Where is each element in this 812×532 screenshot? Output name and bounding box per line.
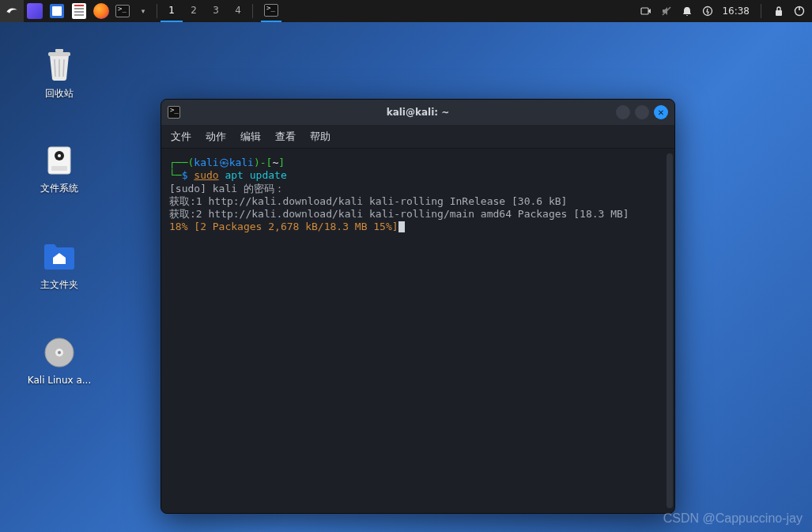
prompt-at: ㉿ [219, 157, 229, 168]
terminal-menubar: 文件 动作 编辑 查看 帮助 [161, 125, 674, 149]
desktop-icon-media[interactable]: Kali Linux a... [24, 334, 95, 386]
home-folder-icon [40, 237, 78, 275]
application-menu-button[interactable] [0, 0, 24, 22]
workspace-3[interactable]: 3 [205, 0, 227, 22]
clock[interactable]: 16:38 [722, 6, 750, 17]
menu-help[interactable]: 帮助 [310, 130, 330, 144]
terminal-icon [168, 106, 180, 119]
launcher-terminal[interactable] [112, 0, 133, 22]
svg-rect-3 [776, 10, 782, 16]
cmd-sudo: sudo [194, 169, 218, 181]
desktop-icon-label: 回收站 [24, 87, 95, 100]
prompt-dollar: $ [182, 169, 195, 181]
drive-icon [40, 141, 78, 179]
prompt-decor: )-[ [254, 157, 272, 168]
prompt-decor: ┌──( [169, 157, 194, 168]
taskbar-terminal-window[interactable] [261, 0, 281, 22]
svg-point-13 [58, 154, 61, 157]
window-maximize-button[interactable] [635, 105, 649, 119]
terminal-icon [115, 5, 130, 17]
desktop-icon-label: 文件系统 [24, 182, 95, 195]
svg-rect-6 [48, 52, 70, 56]
launcher-files[interactable] [46, 0, 68, 22]
window-title: kali@kali: ~ [161, 107, 674, 118]
prompt-decor: ] [278, 157, 285, 168]
top-panel: ▾ 1 2 3 4 16:38 [0, 0, 812, 22]
svg-rect-7 [55, 49, 63, 52]
window-app-icon [168, 106, 180, 119]
text-editor-icon [72, 3, 86, 19]
svg-rect-0 [641, 8, 648, 14]
desktop-icon-label: 主文件夹 [24, 278, 95, 292]
window-close-button[interactable] [654, 105, 668, 119]
launcher-show-desktop[interactable] [24, 0, 46, 22]
launcher-terminal-dropdown[interactable]: ▾ [133, 0, 153, 22]
tray-power-icon[interactable] [701, 5, 714, 17]
tray-lock-icon[interactable] [772, 5, 785, 17]
watermark: CSDN @Cappuccino-jay [663, 511, 803, 526]
output-line: [sudo] kali 的密码： [169, 183, 285, 194]
panel-right: 16:38 [640, 0, 812, 22]
menu-view[interactable]: 查看 [275, 130, 296, 144]
terminal-body[interactable]: ┌──(kali㉿kali)-[~] └─$ sudo apt update [… [161, 149, 674, 513]
workspace-2[interactable]: 2 [183, 0, 205, 22]
prompt-decor: └─ [169, 169, 182, 181]
panel-separator [157, 4, 157, 18]
cmd-rest: apt update [219, 169, 287, 181]
trash-icon [40, 46, 78, 84]
chevron-down-icon: ▾ [138, 7, 149, 15]
menu-actions[interactable]: 动作 [206, 130, 226, 144]
svg-rect-14 [51, 166, 67, 171]
terminal-cursor [398, 221, 405, 232]
panel-left: ▾ 1 2 3 4 [0, 0, 281, 22]
tray-notifications-icon[interactable] [681, 5, 693, 17]
kali-logo-icon [5, 4, 19, 18]
desktop-icon-trash[interactable]: 回收站 [24, 46, 95, 100]
panel-separator [761, 4, 761, 18]
desktop-icon-filesystem[interactable]: 文件系统 [24, 141, 95, 195]
window-titlebar[interactable]: kali@kali: ~ [161, 100, 674, 125]
desktop-icon-home[interactable]: 主文件夹 [24, 237, 95, 292]
output-progress: 18% [2 Packages 2,678 kB/18.3 MB 15%] [169, 221, 398, 232]
window-minimize-button[interactable] [616, 105, 630, 119]
prompt-host: kali [229, 157, 254, 168]
menu-edit[interactable]: 编辑 [240, 130, 261, 144]
desktop-icon-label: Kali Linux a... [24, 375, 95, 386]
output-line: 获取:2 http://kali.download/kali kali-roll… [169, 208, 629, 220]
panel-separator [252, 4, 253, 18]
window-controls [616, 105, 668, 119]
terminal-icon [264, 4, 278, 17]
svg-line-8 [55, 59, 55, 77]
file-manager-icon [50, 4, 64, 18]
output-line: 获取:1 http://kali.download/kali kali-roll… [169, 195, 567, 207]
workspace-4[interactable]: 4 [227, 0, 249, 22]
tray-recording-icon[interactable] [640, 5, 652, 17]
prompt-user: kali [194, 157, 218, 168]
workspace-switcher: 1 2 3 4 [161, 0, 249, 22]
workspace-1[interactable]: 1 [161, 0, 183, 22]
svg-line-10 [63, 59, 64, 77]
disc-icon [40, 334, 78, 372]
launcher-text-editor[interactable] [68, 0, 90, 22]
desktop[interactable]: 回收站 文件系统 主文件夹 Kali Linux a... kali@kali:… [0, 22, 812, 532]
launcher-terminal-group: ▾ [112, 0, 153, 22]
launcher-firefox[interactable] [90, 0, 112, 22]
show-desktop-icon [27, 3, 43, 19]
terminal-scrollbar[interactable] [667, 153, 673, 508]
tray-audio-muted-icon[interactable] [660, 5, 673, 17]
terminal-window: kali@kali: ~ 文件 动作 编辑 查看 帮助 ┌──(kali㉿kal… [161, 99, 675, 514]
svg-point-18 [58, 351, 61, 354]
tray-session-icon[interactable] [793, 5, 806, 17]
firefox-icon [93, 3, 109, 19]
menu-file[interactable]: 文件 [171, 130, 191, 144]
